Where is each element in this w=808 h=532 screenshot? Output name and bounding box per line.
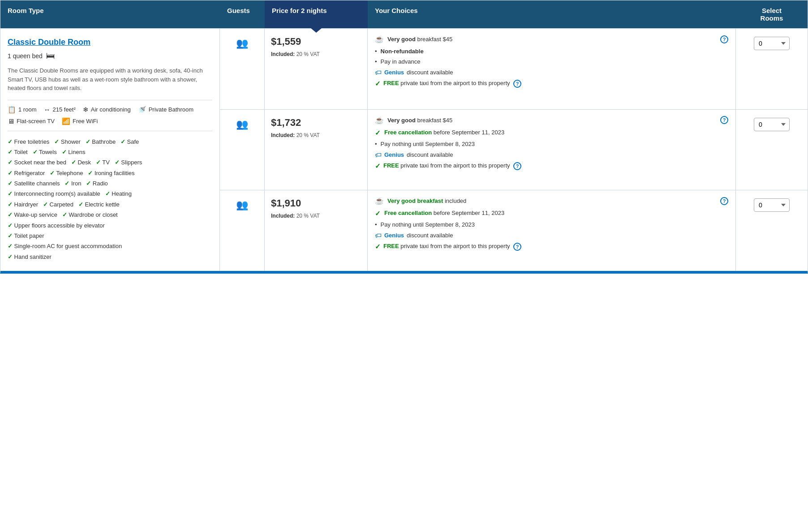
divider-2: [8, 131, 212, 131]
select-rooms-1[interactable]: 0 1 2 3: [754, 37, 790, 50]
free-cancel-row-3: ✓ Free cancellation before September 11,…: [375, 210, 728, 218]
coffee-icon-1: ☕: [375, 35, 384, 43]
ac-icon: ❄: [83, 106, 89, 114]
free-cancel-check-2: ✓: [375, 129, 381, 137]
guests-icon-1: 👥: [236, 38, 248, 49]
breakfast-row-2: ☕ Very good breakfast $45 ?: [375, 116, 728, 124]
genius-tag-icon-2: 🏷: [375, 151, 382, 159]
price-row-2: 👥 $1,732 Included: 20 % VAT ☕ Very good …: [220, 109, 808, 190]
select-rooms-2[interactable]: 0 1 2 3: [754, 118, 790, 131]
price-cell-1: $1,559 Included: 20 % VAT: [265, 29, 368, 109]
header-room-type: Room Type: [0, 0, 220, 28]
price-cell-2: $1,732 Included: 20 % VAT: [265, 110, 368, 190]
genius-row-2: 🏷 Genius discount available: [375, 151, 728, 159]
free-cancel-check-3: ✓: [375, 210, 381, 218]
room-count-icon: 📋: [8, 106, 16, 114]
choices-cell-1: ☕ Very good breakfast $45 ? • Non-refund…: [368, 29, 736, 109]
amenity-size: ↔ 215 feet²: [43, 106, 75, 114]
select-cell-2: 0 1 2 3: [736, 110, 808, 190]
bed-info: 1 queen bed 🛏: [8, 51, 212, 61]
taxi-row-2: ✓ FREE private taxi from the airport to …: [375, 162, 728, 170]
room-section: Classic Double Room 1 queen bed 🛏 The Cl…: [0, 28, 808, 271]
pay-nothing-row-2: • Pay nothing until September 8, 2023: [375, 141, 728, 147]
price-cell-3: $1,910 Included: 20 % VAT: [265, 190, 368, 271]
taxi-row-3: ✓ FREE private taxi from the airport to …: [375, 243, 728, 251]
help-icon-2[interactable]: ?: [720, 116, 728, 124]
header-select: Select Rooms: [736, 0, 808, 28]
help-icon-taxi-1[interactable]: ?: [513, 80, 521, 88]
genius-label-2: Genius: [384, 151, 404, 158]
choice-pay-advance: • Pay in advance: [375, 58, 728, 65]
bed-text: 1 queen bed: [8, 52, 43, 60]
price-vat-2: Included: 20 % VAT: [271, 132, 320, 138]
amenity-rooms: 📋 1 room: [8, 106, 36, 114]
genius-row-1: 🏷 Genius discount available: [375, 69, 728, 76]
coffee-icon-2: ☕: [375, 116, 384, 124]
table-header: Room Type Guests Price for 2 nights Your…: [0, 0, 808, 28]
amenity-bathroom: 🚿 Private Bathroom: [138, 106, 193, 114]
bottom-border: [0, 271, 808, 272]
guests-cell-1: 👥: [220, 29, 265, 109]
taxi-check-2: ✓: [375, 162, 381, 170]
bathroom-icon: 🚿: [138, 106, 146, 114]
size-icon: ↔: [43, 106, 50, 113]
taxi-check-1: ✓: [375, 80, 381, 88]
taxi-check-3: ✓: [375, 243, 381, 251]
wifi-icon: 📶: [62, 117, 70, 125]
amenities-full-list: ✓ Free toiletries ✓ Shower ✓ Bathrobe ✓ …: [8, 137, 212, 262]
taxi-row-1: ✓ FREE private taxi from the airport to …: [375, 80, 728, 88]
guests-icon-3: 👥: [236, 199, 248, 211]
header-price: Price for 2 nights: [265, 0, 368, 28]
select-rooms-3[interactable]: 0 1 2 3: [754, 198, 790, 212]
choices-cell-2: ☕ Very good breakfast $45 ? ✓ Free cance…: [368, 110, 736, 190]
price-amount-3: $1,910: [271, 197, 361, 209]
price-amount-1: $1,559: [271, 36, 361, 47]
select-cell-1: 0 1 2 3: [736, 29, 808, 109]
tv-icon: 🖥: [8, 117, 14, 125]
genius-label-3: Genius: [384, 232, 404, 239]
price-rows-container: 👥 $1,559 Included: 20 % VAT ☕ Very good …: [220, 29, 808, 271]
guests-icon-2: 👥: [236, 119, 248, 130]
breakfast-row-1: ☕ Very good breakfast $45 ?: [375, 35, 728, 43]
room-table: Room Type Guests Price for 2 nights Your…: [0, 0, 808, 274]
bed-icon: 🛏: [46, 51, 55, 61]
amenity-tv: 🖥 Flat-screen TV: [8, 117, 55, 125]
room-info-panel: Classic Double Room 1 queen bed 🛏 The Cl…: [0, 29, 220, 271]
room-title[interactable]: Classic Double Room: [8, 38, 212, 47]
breakfast-text-3: Very good breakfast included: [387, 197, 466, 204]
genius-row-3: 🏷 Genius discount available: [375, 232, 728, 239]
header-guests: Guests: [220, 0, 265, 28]
price-vat-1: Included: 20 % VAT: [271, 51, 320, 57]
genius-label-1: Genius: [384, 69, 404, 76]
choices-cell-3: ☕ Very good breakfast included ? ✓ Free …: [368, 190, 736, 271]
coffee-icon-3: ☕: [375, 197, 384, 205]
guests-cell-2: 👥: [220, 110, 265, 190]
amenity-ac: ❄ Air conditioning: [83, 106, 131, 114]
price-row-1: 👥 $1,559 Included: 20 % VAT ☕ Very good …: [220, 29, 808, 109]
amenity-wifi: 📶 Free WiFi: [62, 117, 98, 125]
help-icon-1[interactable]: ?: [720, 35, 728, 43]
price-amount-2: $1,732: [271, 117, 361, 129]
breakfast-text-1: Very good breakfast $45: [387, 36, 452, 43]
genius-tag-icon-1: 🏷: [375, 69, 382, 76]
pay-nothing-row-3: • Pay nothing until September 8, 2023: [375, 221, 728, 228]
free-cancel-row-2: ✓ Free cancellation before September 11,…: [375, 129, 728, 137]
breakfast-row-3: ☕ Very good breakfast included ?: [375, 197, 728, 205]
quick-amenities: 📋 1 room ↔ 215 feet² ❄ Air conditioning …: [8, 106, 212, 125]
genius-tag-icon-3: 🏷: [375, 232, 382, 239]
price-vat-3: Included: 20 % VAT: [271, 213, 320, 219]
choice-nonrefundable: • Non-refundable: [375, 48, 728, 55]
divider: [8, 100, 212, 100]
select-cell-3: 0 1 2 3: [736, 190, 808, 271]
help-icon-3[interactable]: ?: [720, 197, 728, 205]
room-description: The Classic Double Rooms are equipped wi…: [8, 66, 212, 93]
price-row-3: 👥 $1,910 Included: 20 % VAT ☕ Very good …: [220, 190, 808, 271]
guests-cell-3: 👥: [220, 190, 265, 271]
header-choices: Your Choices: [368, 0, 736, 28]
help-icon-taxi-2[interactable]: ?: [513, 162, 521, 170]
help-icon-taxi-3[interactable]: ?: [513, 243, 521, 251]
breakfast-text-2: Very good breakfast $45: [387, 117, 452, 124]
